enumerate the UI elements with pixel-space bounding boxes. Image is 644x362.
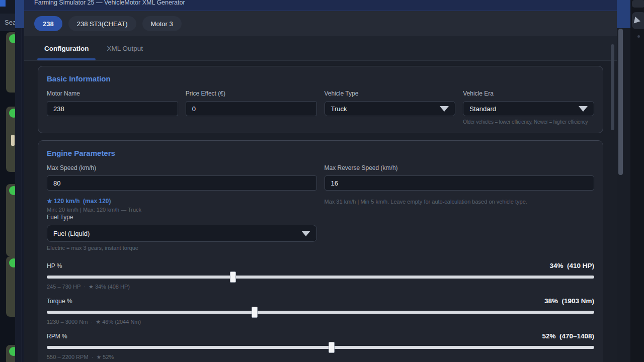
- max-speed-label: Max Speed (km/h): [47, 164, 317, 171]
- vehicle-card[interactable]: [6, 256, 15, 317]
- app-logo: [0, 0, 6, 7]
- fuel-type-field: Fuel Type Fuel (Liquid) Electric = max 3…: [47, 214, 317, 251]
- hp-slider-label: HP %: [47, 262, 62, 269]
- motor-name-input[interactable]: [47, 101, 178, 116]
- background-page-right: [630, 0, 644, 362]
- status-dot-icon: [9, 258, 15, 267]
- modal-header-edge-left: [15, 0, 24, 28]
- torque-slider-label: Torque %: [47, 298, 72, 305]
- max-speed-star-note: ★ 120 km/h (max 120): [47, 198, 317, 205]
- search-input-text: Sea: [5, 19, 15, 26]
- modal-backdrop-left: [15, 0, 24, 362]
- dialog-title-bar: Farming Simulator 25 — VehicleMotor XML …: [24, 0, 617, 11]
- chevron-down-icon: [301, 231, 310, 236]
- max-reverse-speed-field: Max Reverse Speed (km/h) Max 31 km/h | M…: [325, 164, 595, 213]
- motor-name-label: Motor Name: [47, 90, 178, 97]
- max-reverse-speed-input[interactable]: [325, 175, 595, 191]
- torque-slider-thumb[interactable]: [252, 307, 258, 318]
- vehicle-era-value: Standard: [469, 105, 496, 113]
- status-dot-icon: [9, 34, 15, 43]
- status-dot-icon: [9, 109, 15, 118]
- vehicle-era-note: Older vehicles = lower efficiency, Newer…: [463, 119, 594, 125]
- dot-icon: [637, 35, 640, 38]
- active-tab-indicator: [37, 58, 96, 60]
- background-page-left: Sea: [0, 0, 15, 362]
- vehicle-type-select[interactable]: Truck: [325, 101, 456, 116]
- vehicle-type-value: Truck: [331, 105, 347, 113]
- view-tab-bar: Configuration XML Output: [24, 36, 617, 61]
- motor-name-field: Motor Name: [47, 90, 178, 125]
- max-reverse-speed-note: Max 31 km/h | Min 5 km/h. Leave empty fo…: [325, 199, 595, 205]
- rpm-slider-note: 550 – 2200 RPM · ★ 52%: [47, 354, 594, 360]
- send-button[interactable]: [632, 12, 644, 29]
- engine-parameters-section: Engine Parameters Max Speed (km/h) ★ 120…: [38, 140, 603, 362]
- vehicle-card[interactable]: [6, 107, 15, 172]
- motor-tab-238[interactable]: 238: [34, 16, 62, 31]
- screen: Sea Farming Simulator 25 — VehicleMotor …: [0, 0, 644, 362]
- max-reverse-speed-label: Max Reverse Speed (km/h): [325, 164, 595, 171]
- hp-slider-track[interactable]: [47, 276, 594, 279]
- tab-xml-output[interactable]: XML Output: [98, 36, 152, 60]
- search-input[interactable]: Sea: [0, 14, 15, 31]
- chevron-down-icon: [579, 106, 588, 112]
- hp-slider-block: HP % 34% (410 HP) 245 – 730 HP · ★ 34% (…: [47, 262, 594, 290]
- tab-xml-output-label: XML Output: [107, 45, 143, 52]
- rpm-slider-value: 52% (470–1408): [542, 332, 594, 340]
- vehicle-era-select[interactable]: Standard: [463, 101, 594, 116]
- price-effect-label: Price Effect (€): [186, 90, 317, 97]
- rpm-slider-label: RPM %: [47, 333, 67, 340]
- hp-slider-note: 245 – 730 HP · ★ 34% (408 HP): [47, 284, 594, 290]
- rpm-slider-thumb[interactable]: [329, 342, 335, 353]
- max-speed-range-note: Min: 20 km/h | Max: 120 km/h — Truck: [47, 207, 317, 213]
- max-speed-input[interactable]: [47, 175, 317, 191]
- tab-configuration[interactable]: Configuration: [35, 36, 98, 60]
- background-button-partial: [632, 0, 644, 8]
- vehicle-era-label: Vehicle Era: [463, 90, 594, 97]
- max-speed-field: Max Speed (km/h) ★ 120 km/h (max 120) Mi…: [47, 164, 317, 213]
- cursor-arrow-icon: [634, 17, 641, 25]
- modal-header-edge-right: [617, 0, 630, 28]
- price-effect-field: Price Effect (€): [186, 90, 317, 125]
- basic-information-heading: Basic Information: [47, 74, 594, 83]
- rpm-slider-block: RPM % 52% (470–1408) 550 – 2200 RPM · ★ …: [47, 332, 594, 360]
- rpm-slider-track[interactable]: [47, 346, 594, 349]
- torque-slider-block: Torque % 38% (1903 Nm) 1230 – 3000 Nm · …: [47, 297, 594, 325]
- status-dot-icon: [9, 347, 15, 356]
- vehicle-type-label: Vehicle Type: [325, 90, 456, 97]
- motor-tab-238-st3-cheat[interactable]: 238 ST3(CHEAT): [68, 16, 136, 31]
- page-scrollbar: [617, 0, 630, 362]
- fuel-type-value: Fuel (Liquid): [53, 230, 90, 237]
- card-thumbnail: [11, 135, 15, 146]
- hp-slider-value: 34% (410 HP): [549, 262, 594, 269]
- motor-tab-motor-3[interactable]: Motor 3: [142, 16, 182, 31]
- configuration-panel: Basic Information Motor Name Price Effec…: [24, 61, 617, 362]
- vehiclemotor-xml-generator-dialog: Farming Simulator 25 — VehicleMotor XML …: [24, 0, 617, 362]
- fuel-type-note: Electric = max 3 gears, instant torque: [47, 245, 317, 251]
- engine-parameters-heading: Engine Parameters: [47, 149, 594, 157]
- torque-slider-note: 1230 – 3000 Nm · ★ 46% (2044 Nm): [47, 319, 594, 325]
- chevron-down-icon: [440, 106, 449, 112]
- vehicle-card[interactable]: [6, 184, 15, 256]
- fuel-type-select[interactable]: Fuel (Liquid): [47, 225, 317, 242]
- price-effect-input[interactable]: [186, 101, 317, 116]
- hp-slider-thumb[interactable]: [230, 272, 236, 283]
- vehicle-card[interactable]: [6, 345, 15, 362]
- status-dot-icon: [9, 186, 15, 195]
- vehicle-type-field: Vehicle Type Truck: [325, 90, 456, 125]
- vehicle-era-field: Vehicle Era Standard Older vehicles = lo…: [463, 90, 594, 125]
- page-scrollbar-thumb[interactable]: [618, 29, 623, 175]
- dialog-edge-line: [22, 28, 22, 362]
- motor-tab-bar: 238 238 ST3(CHEAT) Motor 3: [24, 11, 617, 36]
- vehicle-card[interactable]: [6, 32, 15, 93]
- background-navbar: [0, 0, 15, 14]
- fuel-type-label: Fuel Type: [47, 214, 317, 221]
- dialog-title: Farming Simulator 25 — VehicleMotor XML …: [34, 0, 617, 7]
- torque-slider-track[interactable]: [47, 311, 594, 314]
- tab-configuration-label: Configuration: [44, 45, 89, 52]
- content-scrollbar-thumb[interactable]: [611, 44, 614, 130]
- basic-information-section: Basic Information Motor Name Price Effec…: [38, 66, 603, 133]
- torque-slider-value: 38% (1903 Nm): [544, 297, 594, 305]
